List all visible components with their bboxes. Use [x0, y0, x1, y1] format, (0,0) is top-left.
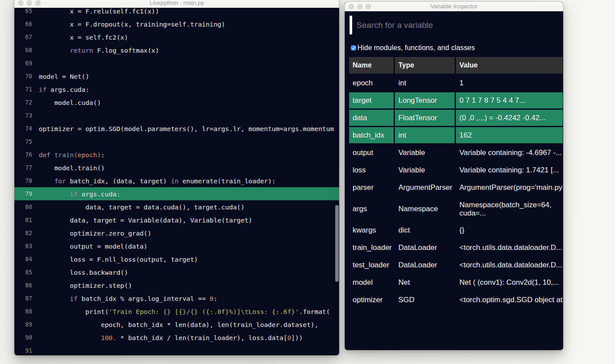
column-header-name[interactable]: Name — [349, 57, 394, 74]
editor-titlebar[interactable]: Livepython - main.py — [14, 0, 339, 8]
code-text: if args.cuda: — [39, 190, 120, 198]
line-number: 88 — [14, 308, 32, 315]
code-line[interactable]: 69 — [14, 57, 339, 70]
code-text: data, target = data.cuda(), target.cuda(… — [39, 203, 245, 211]
code-line[interactable]: 75 — [14, 135, 339, 148]
variable-row[interactable]: train_loaderDataLoader<torch.utils.data.… — [349, 239, 563, 256]
code-line[interactable]: 66 x = F.dropout(x, training=self.traini… — [14, 17, 339, 30]
code-line[interactable]: 88 print('Train Epoch: {} [{}/{} ({:.0f}… — [14, 305, 339, 318]
code-line[interactable]: 89 epoch, batch_idx * len(data), len(tra… — [14, 318, 339, 331]
variable-row[interactable]: argsNamespaceNamespace(batch_size=64, cu… — [349, 197, 563, 221]
cell-type: SGD — [395, 292, 455, 308]
hide-modules-label: Hide modules, functions, and classes — [357, 44, 475, 52]
cell-val: <torch.utils.data.dataloader.D... — [456, 239, 563, 256]
code-line[interactable]: 74optimizer = optim.SGD(model.parameters… — [14, 122, 339, 135]
code-line[interactable]: 85 loss.backward() — [14, 266, 339, 279]
code-line[interactable]: 73 — [14, 109, 339, 122]
code-line[interactable]: 87 if batch_idx % args.log_interval == 0… — [14, 292, 339, 305]
cell-name: batch_idx — [349, 127, 394, 143]
code-line[interactable]: 77 model.train() — [14, 161, 339, 174]
line-number: 86 — [14, 282, 32, 289]
variable-row[interactable]: test_loaderDataLoader<torch.utils.data.d… — [349, 257, 563, 273]
inspector-window-title: Variable Inspector — [345, 2, 563, 11]
code-line[interactable]: 72 model.cuda() — [14, 96, 339, 109]
variable-row[interactable]: optimizerSGD<torch.optim.sgd.SGD object … — [349, 292, 563, 308]
table-header-row: Name Type Value — [349, 57, 563, 74]
cell-type: Variable — [395, 145, 455, 161]
cell-type: Net — [395, 274, 455, 290]
cell-val: (0 ,0 ,.,.) = -0.4242 -0.42... — [456, 110, 563, 126]
line-number: 90 — [14, 334, 32, 341]
code-line[interactable]: 90 100. * batch_idx / len(train_loader),… — [14, 331, 339, 344]
variable-row[interactable]: lossVariableVariable containing: 1.7421 … — [349, 162, 563, 178]
cell-type: int — [395, 127, 455, 143]
line-number: 81 — [14, 216, 32, 223]
code-area[interactable]: 65 x = F.relu(self.fc1(x))66 x = F.dropo… — [14, 8, 339, 355]
hide-modules-row: Hide modules, functions, and classes — [351, 44, 475, 52]
variable-row[interactable]: targetLongTensor0 7 1 7 8 7 5 4 4 7... — [349, 92, 563, 108]
line-number: 85 — [14, 269, 32, 276]
column-header-type[interactable]: Type — [395, 57, 455, 74]
code-lines: 65 x = F.relu(self.fc1(x))66 x = F.dropo… — [14, 8, 339, 355]
code-text: x = F.dropout(x, training=self.training) — [39, 20, 225, 28]
cell-val: Net ( (conv1): Conv2d(1, 10,... — [456, 274, 563, 290]
code-line[interactable]: 84 loss = F.nll_loss(output, target) — [14, 253, 339, 266]
code-text: x = self.fc2(x) — [39, 34, 128, 41]
cell-type: LongTensor — [395, 92, 455, 108]
line-number: 76 — [14, 151, 32, 158]
cell-name: model — [349, 274, 394, 290]
code-line[interactable]: 86 optimizer.step() — [14, 279, 339, 292]
code-line[interactable]: 91 — [14, 344, 339, 355]
search-input[interactable]: Search for a variable — [357, 20, 433, 30]
code-line[interactable]: 80 data, target = data.cuda(), target.cu… — [14, 200, 339, 213]
code-line[interactable]: 82 optimizer.zero_grad() — [14, 226, 339, 239]
variable-row[interactable]: modelNetNet ( (conv1): Conv2d(1, 10,... — [349, 274, 563, 290]
variable-row[interactable]: epochint1 — [349, 75, 563, 91]
code-line[interactable]: 70model = Net() — [14, 70, 339, 83]
variable-row[interactable]: batch_idxint162 — [349, 127, 563, 143]
variable-row[interactable]: outputVariableVariable containing: -4.69… — [349, 145, 563, 161]
cell-name: data — [349, 110, 394, 126]
cell-val: <torch.optim.sgd.SGD object at... — [456, 292, 563, 308]
column-header-value[interactable]: Value — [456, 57, 563, 74]
cell-type: dict — [395, 222, 455, 238]
code-text: if batch_idx % args.log_interval == 0: — [39, 295, 217, 302]
code-text: optimizer.step() — [39, 282, 132, 289]
line-number: 66 — [14, 20, 32, 27]
line-number: 80 — [14, 203, 32, 210]
variable-row[interactable]: kwargsdict{} — [349, 222, 563, 238]
code-line[interactable]: 83 output = model(data) — [14, 239, 339, 253]
editor-scrollbar-thumb[interactable] — [335, 205, 339, 282]
code-line[interactable]: 78 for batch_idx, (data, target) in enum… — [14, 174, 339, 187]
cell-val: Namespace(batch_size=64, cuda=... — [456, 197, 563, 221]
cell-name: output — [349, 145, 394, 161]
cell-type: DataLoader — [395, 257, 455, 273]
inspector-window: Variable Inspector Search for a variable… — [345, 2, 563, 350]
code-text: output = model(data) — [39, 243, 147, 250]
cell-val: <torch.utils.data.dataloader.D... — [456, 257, 563, 273]
variable-row[interactable]: parserArgumentParserArgumentParser(prog=… — [349, 179, 563, 195]
cell-type: FloatTensor — [395, 110, 455, 126]
code-text: loss.backward() — [39, 269, 128, 276]
cell-val: ArgumentParser(prog='main.py',... — [456, 179, 563, 195]
code-line-highlighted[interactable]: 79 if args.cuda: — [14, 187, 339, 200]
hide-modules-checkbox[interactable] — [351, 45, 356, 51]
cell-type: Variable — [395, 162, 455, 178]
line-number: 73 — [14, 112, 32, 119]
code-line[interactable]: 81 data, target = Variable(data), Variab… — [14, 213, 339, 226]
cell-name: epoch — [349, 75, 394, 91]
cell-name: args — [349, 197, 394, 221]
cell-name: optimizer — [349, 292, 394, 308]
variable-row[interactable]: dataFloatTensor(0 ,0 ,.,.) = -0.4242 -0.… — [349, 110, 563, 126]
line-number: 70 — [14, 73, 32, 80]
cell-name: kwargs — [349, 222, 394, 238]
search-caret — [350, 16, 352, 34]
cell-name: parser — [349, 179, 394, 195]
code-text: loss = F.nll_loss(output, target) — [39, 256, 198, 263]
code-line[interactable]: 65 x = F.relu(self.fc1(x)) — [14, 8, 339, 17]
inspector-titlebar[interactable]: Variable Inspector — [345, 2, 563, 11]
code-line[interactable]: 76def train(epoch): — [14, 148, 339, 161]
code-line[interactable]: 67 x = self.fc2(x) — [14, 30, 339, 44]
code-line[interactable]: 71if args.cuda: — [14, 83, 339, 96]
code-line[interactable]: 68 return F.log_softmax(x) — [14, 44, 339, 57]
